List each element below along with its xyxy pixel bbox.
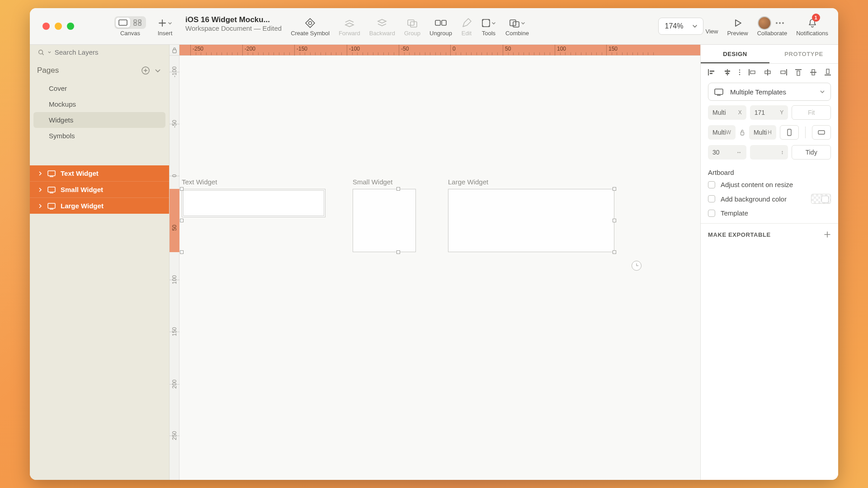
forward-button[interactable]: Forward	[334, 8, 365, 44]
template-select[interactable]: Multiple Templates	[708, 83, 831, 101]
svg-rect-46	[788, 129, 791, 136]
background-color-swatch[interactable]	[811, 194, 831, 204]
make-exportable-button[interactable]: MAKE EXPORTABLE	[701, 223, 838, 245]
insert-button[interactable]: Insert	[153, 8, 177, 44]
selection-handle[interactable]	[613, 219, 616, 222]
orientation-landscape-button[interactable]	[812, 125, 831, 140]
align-bottom-icon[interactable]	[824, 68, 832, 76]
ruler-lock-icon[interactable]	[170, 45, 179, 56]
layer-item[interactable]: Text Widget	[30, 165, 169, 181]
w-input[interactable]: MultiW	[708, 125, 736, 140]
combine-button[interactable]: Combine	[501, 8, 533, 44]
selection-handle[interactable]	[396, 187, 400, 191]
page-item[interactable]: Cover	[33, 80, 165, 96]
template-checkbox[interactable]: Template	[701, 206, 838, 220]
close-window-icon[interactable]	[42, 23, 50, 30]
ruler-vertical[interactable]: -100-5005010015020025050	[170, 56, 179, 480]
artboard-title[interactable]: Text Widget	[182, 178, 217, 186]
components-mode-button[interactable]	[130, 18, 145, 28]
search-input[interactable]	[55, 48, 161, 56]
align-center-h-icon[interactable]	[723, 68, 732, 76]
zoom-select[interactable]: 174%	[658, 18, 704, 35]
tidy-button[interactable]: Tidy	[792, 145, 831, 160]
view-mode-label: Canvas	[120, 30, 140, 37]
svg-rect-22	[173, 50, 176, 53]
y-input[interactable]: 171Y	[750, 105, 788, 120]
svg-point-14	[488, 25, 490, 27]
page-item[interactable]: Symbols	[33, 128, 165, 144]
svg-rect-23	[708, 69, 709, 75]
svg-rect-26	[727, 69, 728, 75]
tab-design[interactable]: DESIGN	[701, 45, 769, 63]
artboard[interactable]	[353, 189, 416, 252]
add-page-icon[interactable]	[141, 66, 150, 75]
svg-rect-38	[795, 69, 802, 70]
artboard-icon	[47, 186, 56, 193]
selection-handle[interactable]	[613, 250, 616, 254]
artboard-icon	[714, 88, 724, 96]
svg-rect-10	[482, 19, 490, 27]
align-top-icon[interactable]	[794, 68, 802, 76]
tools-button[interactable]: Tools	[476, 8, 501, 44]
ungroup-button[interactable]: Ungroup	[425, 8, 457, 44]
collaborate-button[interactable]: Collaborate	[753, 8, 792, 44]
svg-rect-28	[726, 73, 729, 74]
svg-rect-47	[818, 131, 825, 134]
selection-handle[interactable]	[180, 219, 184, 222]
annotation-icon[interactable]	[632, 261, 642, 271]
artboard-title[interactable]: Large Widget	[448, 178, 488, 186]
avatar	[758, 16, 771, 30]
adjust-content-checkbox[interactable]: Adjust content on resize	[701, 178, 838, 191]
ruler-horizontal[interactable]: -250-200-150-100-50050100150	[179, 45, 700, 56]
orientation-portrait-button[interactable]	[780, 125, 799, 140]
artboard[interactable]	[448, 189, 614, 252]
more-icon	[773, 22, 787, 24]
svg-point-31	[739, 74, 741, 75]
chevron-down-icon	[692, 23, 698, 29]
align-left-edge-icon[interactable]	[748, 68, 757, 76]
edit-button[interactable]: Edit	[457, 8, 476, 44]
artboard-title[interactable]: Small Widget	[353, 178, 392, 186]
align-center-icon[interactable]	[763, 68, 772, 76]
minimize-window-icon[interactable]	[55, 23, 62, 30]
view-button[interactable]: View	[701, 8, 722, 44]
preview-button[interactable]: Preview	[722, 8, 752, 44]
canvas[interactable]: Text WidgetSmall WidgetLarge Widget	[179, 56, 700, 480]
align-middle-icon[interactable]	[809, 68, 817, 76]
v-gap-input[interactable]: ↕	[750, 145, 788, 160]
align-left-icon[interactable]	[707, 68, 716, 76]
chevron-right-icon	[38, 204, 42, 208]
canvas-mode-button[interactable]	[116, 18, 130, 28]
selection-handle[interactable]	[613, 187, 616, 191]
layer-item[interactable]: Small Widget	[30, 181, 169, 197]
tab-prototype[interactable]: PROTOTYPE	[769, 45, 838, 63]
h-gap-input[interactable]: 30↔	[708, 145, 746, 160]
selection-handle[interactable]	[396, 250, 400, 254]
x-input[interactable]: MultiX	[708, 105, 746, 120]
pages-header[interactable]: Pages	[30, 61, 169, 80]
more-align-icon[interactable]	[738, 68, 741, 76]
page-item[interactable]: Mockups	[33, 96, 165, 112]
svg-rect-21	[48, 203, 55, 208]
create-symbol-button[interactable]: Create Symbol	[286, 8, 334, 44]
chevron-down-icon[interactable]	[155, 67, 161, 74]
artboard-section-label: Artboard	[701, 162, 838, 178]
layer-item[interactable]: Large Widget	[30, 197, 169, 214]
selection-handle[interactable]	[180, 250, 184, 254]
svg-rect-32	[749, 69, 750, 75]
fullscreen-window-icon[interactable]	[67, 23, 74, 30]
layer-search[interactable]	[30, 45, 169, 61]
notifications-button[interactable]: 1 Notifications	[792, 8, 838, 44]
fit-button[interactable]: Fit	[792, 105, 831, 120]
selection-handle[interactable]	[180, 187, 184, 191]
align-right-edge-icon[interactable]	[779, 68, 788, 76]
chevron-right-icon	[38, 188, 42, 192]
svg-rect-44	[715, 89, 723, 94]
page-item[interactable]: Widgets	[33, 112, 165, 128]
backward-button[interactable]: Backward	[365, 8, 400, 44]
background-color-checkbox[interactable]: Add background color	[701, 191, 838, 206]
artboard-icon	[47, 202, 56, 210]
lock-icon[interactable]	[740, 129, 745, 136]
group-button[interactable]: Group	[400, 8, 425, 44]
h-input[interactable]: MultiH	[749, 125, 776, 140]
